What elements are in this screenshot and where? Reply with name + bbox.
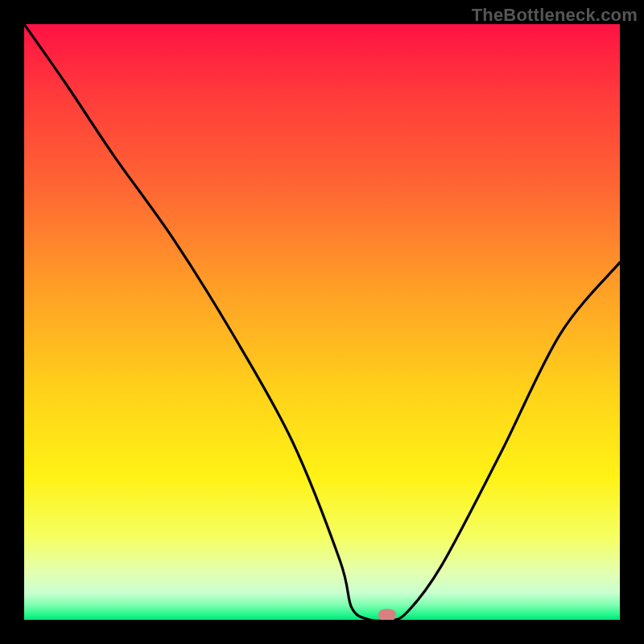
optimal-marker xyxy=(378,609,396,621)
bottleneck-curve-path xyxy=(24,24,620,620)
attribution-text: TheBottleneck.com xyxy=(472,5,638,26)
curve-layer xyxy=(24,24,620,620)
chart-frame: TheBottleneck.com xyxy=(0,0,644,644)
plot-area xyxy=(24,24,620,620)
